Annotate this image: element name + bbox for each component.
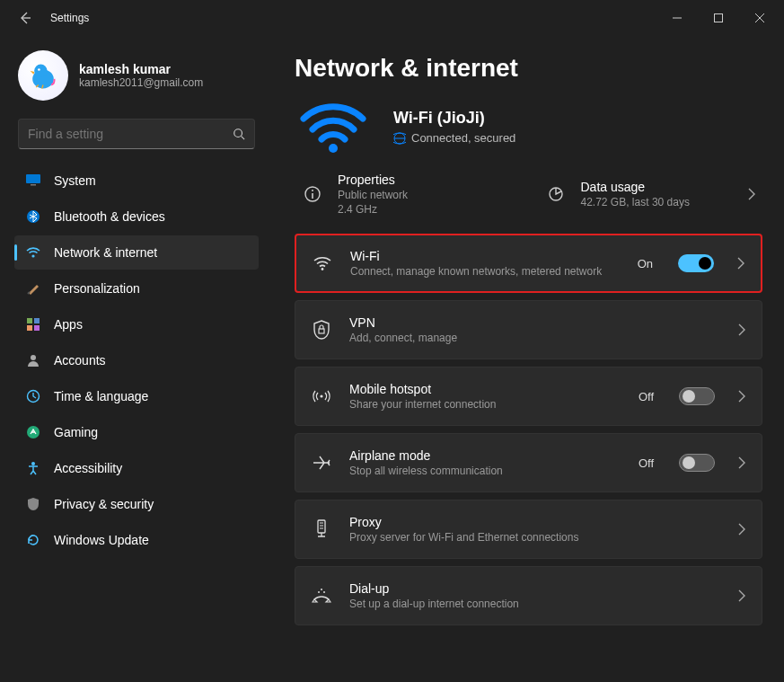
svg-rect-0 bbox=[715, 14, 723, 22]
sidebar-item-label: Privacy & security bbox=[54, 497, 154, 511]
options-list: Wi-Fi Connect, manage known networks, me… bbox=[295, 234, 762, 625]
svg-rect-9 bbox=[27, 318, 32, 323]
user-email: kamlesh2011@gmail.com bbox=[79, 76, 203, 89]
avatar bbox=[18, 50, 68, 101]
sidebar-item-update[interactable]: Windows Update bbox=[14, 523, 259, 557]
user-name: kamlesh kumar bbox=[79, 62, 203, 76]
sidebar-item-label: System bbox=[54, 173, 96, 188]
wifi-icon bbox=[25, 244, 41, 261]
sidebar-item-personalization[interactable]: Personalization bbox=[14, 271, 259, 306]
sidebar-item-label: Windows Update bbox=[54, 533, 149, 547]
svg-rect-23 bbox=[319, 329, 324, 333]
chevron-right-icon bbox=[736, 456, 747, 470]
sidebar-item-accessibility[interactable]: Accessibility bbox=[14, 451, 259, 485]
chevron-right-icon bbox=[736, 389, 747, 403]
search-input[interactable] bbox=[28, 127, 233, 141]
data-usage-card[interactable]: Data usage 42.72 GB, last 30 days bbox=[538, 171, 763, 217]
monitor-icon bbox=[25, 173, 41, 189]
wifi-status-text: Connected, secured bbox=[411, 131, 515, 145]
shield-lock-icon bbox=[310, 320, 333, 340]
svg-rect-25 bbox=[318, 520, 325, 533]
svg-point-20 bbox=[312, 190, 313, 191]
airplane-toggle[interactable] bbox=[679, 454, 715, 472]
option-title: Dial-up bbox=[349, 581, 720, 596]
option-title: Mobile hotspot bbox=[349, 382, 622, 396]
maximize-button[interactable] bbox=[698, 4, 739, 32]
wifi-large-icon bbox=[298, 99, 368, 155]
page-title: Network & internet bbox=[295, 54, 762, 83]
option-wifi[interactable]: Wi-Fi Connect, manage known networks, me… bbox=[295, 234, 762, 293]
apps-icon bbox=[25, 316, 41, 332]
pie-icon bbox=[543, 185, 568, 203]
chevron-right-icon bbox=[736, 256, 746, 270]
svg-point-16 bbox=[31, 462, 35, 465]
option-hotspot[interactable]: Mobile hotspot Share your internet conne… bbox=[295, 367, 762, 426]
toggle-state: On bbox=[638, 257, 653, 270]
option-proxy[interactable]: Proxy Proxy server for Wi-Fi and Etherne… bbox=[295, 500, 762, 559]
sidebar-item-apps[interactable]: Apps bbox=[14, 307, 259, 341]
shield-icon bbox=[25, 496, 41, 512]
search-icon bbox=[233, 128, 245, 140]
user-profile[interactable]: kamlesh kumar kamlesh2011@gmail.com bbox=[14, 43, 259, 115]
airplane-icon bbox=[310, 454, 333, 472]
close-button[interactable] bbox=[739, 4, 780, 32]
back-button[interactable] bbox=[11, 4, 40, 32]
svg-rect-10 bbox=[34, 318, 40, 323]
sidebar-item-label: Gaming bbox=[54, 425, 98, 439]
bluetooth-icon bbox=[25, 208, 41, 225]
hotspot-icon bbox=[310, 387, 333, 405]
svg-point-3 bbox=[38, 68, 40, 71]
sidebar-item-accounts[interactable]: Accounts bbox=[14, 343, 259, 377]
svg-point-22 bbox=[322, 268, 324, 270]
data-usage-line: 42.72 GB, last 30 days bbox=[581, 196, 690, 208]
sidebar-item-system[interactable]: System bbox=[14, 164, 259, 198]
sidebar: kamlesh kumar kamlesh2011@gmail.com Syst… bbox=[0, 36, 269, 682]
option-dialup[interactable]: Dial-up Set up a dial-up internet connec… bbox=[295, 566, 762, 625]
svg-point-17 bbox=[329, 144, 338, 153]
svg-point-4 bbox=[234, 129, 242, 137]
svg-rect-11 bbox=[27, 325, 32, 331]
svg-rect-5 bbox=[26, 174, 40, 183]
window-title: Settings bbox=[50, 12, 89, 24]
sidebar-item-network[interactable]: Network & internet bbox=[14, 235, 259, 270]
svg-point-28 bbox=[321, 589, 322, 590]
hotspot-toggle[interactable] bbox=[679, 387, 715, 405]
option-subtitle: Add, connect, manage bbox=[349, 332, 655, 344]
properties-card[interactable]: Properties Public network 2.4 GHz bbox=[295, 171, 520, 217]
sidebar-item-label: Time & language bbox=[54, 389, 148, 403]
svg-point-8 bbox=[31, 254, 34, 257]
sidebar-item-gaming[interactable]: Gaming bbox=[14, 415, 259, 449]
properties-line2: 2.4 GHz bbox=[338, 203, 408, 216]
chevron-right-icon bbox=[736, 323, 747, 337]
sidebar-item-bluetooth[interactable]: Bluetooth & devices bbox=[14, 199, 259, 234]
gaming-icon bbox=[25, 424, 41, 440]
wifi-status: Wi-Fi (JioJi) Connected, secured bbox=[298, 99, 762, 155]
option-subtitle: Proxy server for Wi-Fi and Ethernet conn… bbox=[349, 531, 655, 544]
svg-rect-12 bbox=[34, 325, 40, 331]
main-panel: Network & internet Wi-Fi (JioJi) Connect… bbox=[269, 36, 784, 682]
sidebar-item-privacy[interactable]: Privacy & security bbox=[14, 487, 259, 521]
option-vpn[interactable]: VPN Add, connect, manage bbox=[295, 300, 762, 359]
sidebar-item-time[interactable]: Time & language bbox=[14, 379, 259, 413]
option-subtitle: Share your internet connection bbox=[349, 398, 622, 411]
option-subtitle: Stop all wireless communication bbox=[349, 465, 622, 477]
properties-title: Properties bbox=[338, 173, 408, 187]
toggle-state: Off bbox=[639, 390, 654, 403]
sidebar-item-label: Apps bbox=[54, 317, 83, 332]
search-box[interactable] bbox=[18, 119, 255, 149]
svg-point-24 bbox=[320, 394, 322, 397]
wifi-toggle[interactable] bbox=[678, 254, 714, 272]
chevron-right-icon bbox=[736, 522, 747, 536]
data-usage-title: Data usage bbox=[581, 180, 690, 194]
option-airplane[interactable]: Airplane mode Stop all wireless communic… bbox=[295, 433, 762, 492]
wifi-ssid: Wi-Fi (JioJi) bbox=[393, 109, 515, 128]
dialup-icon bbox=[310, 587, 333, 605]
option-title: VPN bbox=[349, 315, 720, 330]
globe-icon bbox=[393, 132, 406, 145]
minimize-button[interactable] bbox=[656, 4, 698, 32]
titlebar: Settings bbox=[0, 0, 784, 36]
svg-point-2 bbox=[34, 65, 47, 77]
accessibility-icon bbox=[25, 460, 41, 476]
bird-icon bbox=[24, 57, 62, 94]
sidebar-item-label: Accounts bbox=[54, 353, 106, 368]
